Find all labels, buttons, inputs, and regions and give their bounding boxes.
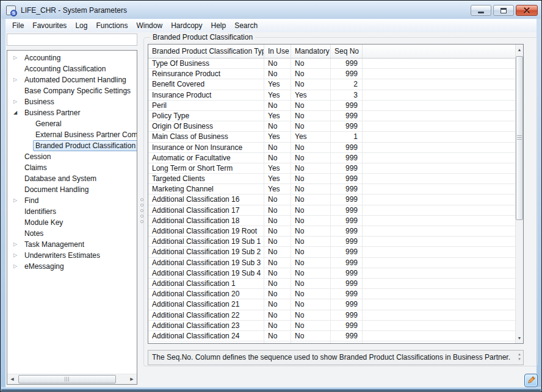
menu-item[interactable]: Favourites [28,19,71,32]
tree-item[interactable]: Underwriters Estimates [7,250,137,261]
tree-item-label: Cession [22,151,53,162]
scroll-up-icon[interactable]: ▲ [518,352,521,356]
scroll-right-icon[interactable]: ▶ [127,374,137,384]
tree-expander-icon[interactable] [13,264,22,269]
tree-item[interactable]: Document Handling [7,184,137,195]
cell-mandatory: No [291,121,331,132]
scroll-down-icon[interactable]: ▼ [516,333,523,343]
tree-expander-icon[interactable] [13,253,22,258]
table-row[interactable]: Marketing Channel Yes No 999 [148,184,515,194]
cell-seq-no: 999 [331,268,363,279]
table-row[interactable]: Main Class of Business Yes Yes 1 [148,132,515,142]
tree-item[interactable]: eMessaging [7,261,137,272]
tree-expander-icon[interactable] [13,99,22,104]
tree-expander-icon[interactable] [13,198,22,203]
cell-in-use: Yes [264,79,291,90]
table-row[interactable]: Insurance Product Yes Yes 3 [148,90,515,101]
cell-type: Origin Of Business [148,121,264,132]
tree-item[interactable]: Cession [7,151,137,162]
minimize-button[interactable] [471,5,491,16]
cell-in-use: No [264,216,291,226]
cell-in-use: No [264,226,291,237]
tree-item[interactable]: Business [7,96,137,107]
tree-horizontal-scrollbar[interactable]: ◀ ▶ [7,374,137,384]
scrollbar-thumb[interactable] [18,375,116,383]
table-vertical-scrollbar[interactable]: ▲ ▼ [515,45,523,343]
tree-expander-icon[interactable] [13,110,22,115]
tree-item[interactable]: Accounting Classification [7,63,137,74]
tree-item[interactable]: Find [7,195,137,206]
tree-item-label: Branded Product Classification [33,140,137,151]
title-bar[interactable]: S LIFE_CHR - System Parameters [1,1,541,19]
table-row[interactable]: Origin Of Business No No 999 [148,121,515,132]
menu-item[interactable]: Log [71,19,92,32]
table-row[interactable]: Additional Classification 19 Sub 1 No No… [148,237,515,247]
tree-expander-icon[interactable] [13,77,22,82]
table-row[interactable]: Automatic or Facultative No No 999 [148,153,515,163]
tree-item[interactable]: Identifiers [7,206,137,217]
table-row[interactable]: Additional Classification 23 No No 999 [148,321,515,331]
menu-item[interactable]: File [8,19,28,32]
tree-item[interactable]: Module Key [7,217,137,228]
tree-item[interactable]: Database and System [7,173,137,184]
column-header-in-use[interactable]: In Use [264,45,291,58]
tree-item[interactable]: Base Company Specific Settings [7,85,137,96]
table-row[interactable]: Type Of Business No No 999 [148,59,515,69]
tree-item[interactable]: Notes [7,228,137,239]
cell-empty [363,79,515,90]
scroll-down-icon[interactable]: ▼ [518,357,521,361]
table-row[interactable]: Additional Classification 19 Sub 2 No No… [148,247,515,257]
tree-item[interactable]: General [7,118,137,129]
tree-filter-input[interactable] [7,34,137,46]
menu-item[interactable]: Search [230,19,262,32]
tree-item[interactable]: Automated Document Handling [7,74,137,85]
column-header-types[interactable]: Branded Product Classification Types [148,45,264,58]
menu-item[interactable]: Window [132,19,167,32]
close-button[interactable] [516,5,538,16]
scroll-up-icon[interactable]: ▲ [516,45,523,54]
table-row[interactable]: Additional Classification 18 No No 999 [148,216,515,226]
table-row[interactable]: Insurance or Non Insurance No No 999 [148,143,515,153]
scrollbar-thumb[interactable] [516,56,523,220]
cell-mandatory: No [291,226,331,237]
table-row[interactable]: Benefit Covered Yes No 2 [148,79,515,90]
column-header-seq-no[interactable]: Seq No [331,45,363,58]
cell-mandatory: Yes [291,132,331,142]
table-row[interactable]: Additional Classification 20 No No 999 [148,289,515,299]
table-row[interactable]: Policy Type Yes No 999 [148,111,515,121]
menu-item[interactable]: Functions [92,19,132,32]
tree-item[interactable]: Branded Product Classification [7,140,137,151]
table-row[interactable]: Peril No No 999 [148,101,515,111]
menu-item[interactable]: Hardcopy [167,19,206,32]
column-header-empty[interactable] [363,45,515,58]
table-row[interactable]: Long Term or Short Term Yes No 999 [148,163,515,174]
tree-expander-icon[interactable] [13,242,22,247]
edit-button[interactable] [524,374,538,387]
cell-seq-no: 999 [331,226,363,237]
scroll-left-icon[interactable]: ◀ [7,374,17,384]
scrollbar-track[interactable] [17,374,127,384]
table-row[interactable]: Additional Classification 1 No No 999 [148,279,515,289]
table-row[interactable]: Additional Classification 19 Sub 3 No No… [148,258,515,268]
table-row[interactable]: Additional Classification 17 No No 999 [148,205,515,216]
tree-item[interactable]: Claims [7,162,137,173]
tree-item[interactable]: Business Partner [7,107,137,118]
table-row[interactable]: Additional Classification 19 Sub 4 No No… [148,268,515,279]
table-row[interactable]: Additional Classification 24 No No 999 [148,331,515,341]
table-row[interactable]: Reinsurance Product No No 999 [148,69,515,79]
table-row[interactable]: Additional Classification 19 Root No No … [148,226,515,237]
table-row[interactable]: Targeted Clients Yes No 999 [148,174,515,184]
tree-item[interactable]: Task Management [7,239,137,250]
table-row[interactable]: Additional Classification 21 No No 999 [148,299,515,310]
tree-item[interactable]: Accounting [7,52,137,63]
column-header-mandatory[interactable]: Mandatory [291,45,331,58]
table-row[interactable]: Additional Classification 25 No No 999 [148,341,515,343]
cell-in-use: No [264,341,291,343]
tree-item[interactable]: External Business Partner Compone [7,129,137,140]
parameters-tree: Accounting Accounting Classification Aut… [7,50,137,385]
tree-expander-icon[interactable] [13,55,22,60]
table-row[interactable]: Additional Classification 22 No No 999 [148,310,515,321]
restore-button[interactable] [493,5,514,16]
menu-item[interactable]: Help [206,19,230,32]
table-row[interactable]: Additional Classification 16 No No 999 [148,194,515,205]
